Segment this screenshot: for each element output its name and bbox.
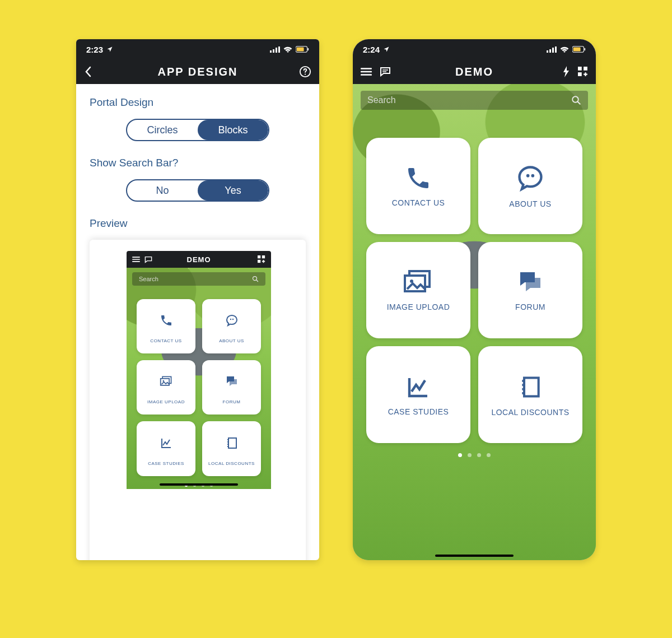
svg-rect-11 bbox=[258, 260, 260, 263]
svg-rect-18 bbox=[228, 438, 236, 448]
tile-label: FORUM bbox=[223, 399, 241, 404]
status-bar: 2:23 bbox=[76, 39, 319, 59]
svg-point-13 bbox=[230, 319, 231, 320]
clock: 2:23 bbox=[86, 45, 103, 54]
chat-icon[interactable] bbox=[144, 256, 152, 263]
battery-icon bbox=[572, 46, 586, 53]
toggle-blocks[interactable]: Blocks bbox=[198, 120, 268, 140]
page-title: APP DESIGN bbox=[118, 66, 278, 78]
page-title: DEMO bbox=[394, 66, 554, 78]
svg-point-14 bbox=[232, 319, 233, 320]
line-chart-icon bbox=[160, 436, 173, 450]
svg-point-30 bbox=[526, 174, 530, 178]
tile-forum[interactable]: FORUM bbox=[202, 360, 261, 415]
preview-search-placeholder: Search bbox=[139, 276, 252, 282]
show-search-label: Show Search Bar? bbox=[90, 157, 306, 169]
speech-bubble-icon bbox=[516, 164, 545, 193]
phone-app-design: 2:23 APP DESIGN Portal Design Circles Bl… bbox=[76, 39, 319, 560]
tile-image-upload[interactable]: IMAGE UPLOAD bbox=[137, 360, 195, 415]
svg-rect-25 bbox=[584, 48, 585, 50]
chat-icon[interactable] bbox=[380, 67, 391, 77]
svg-rect-20 bbox=[549, 49, 551, 53]
search-icon bbox=[571, 95, 581, 105]
svg-rect-0 bbox=[270, 50, 272, 53]
portal-design-toggle[interactable]: Circles Blocks bbox=[126, 119, 269, 141]
tile-label: LOCAL DISCOUNTS bbox=[208, 461, 255, 466]
speech-bubble-icon bbox=[225, 314, 239, 327]
wifi-icon bbox=[283, 46, 292, 53]
tile-local-discounts[interactable]: LOCAL DISCOUNTS bbox=[202, 421, 261, 476]
forum-icon bbox=[517, 269, 544, 296]
svg-rect-19 bbox=[547, 50, 548, 53]
help-icon[interactable] bbox=[299, 66, 311, 78]
preview-label: Preview bbox=[90, 217, 306, 230]
svg-rect-2 bbox=[276, 48, 277, 53]
tile-about-us[interactable]: ABOUT US bbox=[478, 138, 582, 234]
search-icon bbox=[252, 276, 259, 282]
images-icon bbox=[160, 375, 173, 388]
home-indicator bbox=[435, 555, 514, 557]
dot[interactable] bbox=[468, 453, 472, 457]
svg-rect-3 bbox=[278, 46, 280, 53]
grid-add-icon[interactable] bbox=[258, 255, 265, 263]
svg-rect-1 bbox=[273, 49, 274, 53]
tile-label: LOCAL DISCOUNTS bbox=[491, 408, 569, 417]
tile-contact-us[interactable]: CONTACT US bbox=[137, 299, 195, 353]
forum-icon bbox=[225, 375, 239, 388]
dot[interactable] bbox=[458, 453, 462, 457]
navbar: DEMO bbox=[353, 59, 596, 84]
phone-icon bbox=[405, 165, 432, 192]
line-chart-icon bbox=[405, 374, 432, 401]
back-icon[interactable] bbox=[84, 66, 92, 77]
toggle-circles[interactable]: Circles bbox=[127, 120, 198, 140]
menu-icon[interactable] bbox=[361, 67, 372, 76]
tile-local-discounts[interactable]: LOCAL DISCOUNTS bbox=[478, 346, 582, 443]
home-indicator bbox=[160, 483, 238, 486]
svg-rect-22 bbox=[555, 46, 557, 53]
preview-title: DEMO bbox=[155, 255, 243, 264]
tile-forum[interactable]: FORUM bbox=[478, 242, 582, 338]
tile-label: IMAGE UPLOAD bbox=[387, 302, 450, 311]
menu-icon[interactable] bbox=[132, 256, 140, 263]
svg-rect-35 bbox=[524, 378, 539, 396]
tile-image-upload[interactable]: IMAGE UPLOAD bbox=[366, 242, 470, 338]
bolt-icon[interactable] bbox=[562, 66, 570, 77]
toggle-no[interactable]: No bbox=[127, 180, 198, 201]
show-search-toggle[interactable]: No Yes bbox=[126, 179, 269, 202]
tile-contact-us[interactable]: CONTACT US bbox=[366, 138, 470, 234]
location-arrow-icon bbox=[383, 46, 390, 53]
tile-label: CONTACT US bbox=[150, 338, 181, 343]
svg-rect-26 bbox=[578, 67, 582, 71]
tile-case-studies[interactable]: CASE STUDIES bbox=[137, 421, 195, 476]
preview-search[interactable]: Search bbox=[132, 272, 265, 286]
svg-rect-6 bbox=[307, 48, 309, 50]
page-dots bbox=[353, 449, 596, 459]
svg-rect-10 bbox=[262, 255, 265, 258]
preview-container: DEMO Search CONTACT US bbox=[90, 240, 306, 560]
svg-rect-24 bbox=[573, 48, 581, 52]
svg-rect-28 bbox=[578, 72, 582, 76]
location-arrow-icon bbox=[106, 46, 113, 53]
tile-case-studies[interactable]: CASE STUDIES bbox=[366, 346, 470, 443]
tile-label: CONTACT US bbox=[392, 198, 445, 207]
tile-about-us[interactable]: ABOUT US bbox=[202, 299, 261, 353]
toggle-yes[interactable]: Yes bbox=[198, 180, 268, 201]
notebook-icon bbox=[518, 373, 543, 401]
svg-rect-5 bbox=[297, 48, 304, 52]
battery-icon bbox=[296, 46, 309, 53]
signal-icon bbox=[547, 46, 557, 53]
tile-label: FORUM bbox=[515, 302, 545, 311]
signal-icon bbox=[270, 46, 280, 53]
phone-demo: 2:24 DEMO Search CONTACT US bbox=[353, 39, 596, 560]
wifi-icon bbox=[560, 46, 569, 53]
search-input[interactable]: Search bbox=[361, 91, 588, 110]
svg-rect-21 bbox=[552, 48, 554, 53]
grid-add-icon[interactable] bbox=[578, 67, 588, 77]
tiles-grid: CONTACT US ABOUT US IMAGE UPLOAD FORUM C… bbox=[353, 110, 596, 449]
dot[interactable] bbox=[477, 453, 481, 457]
images-icon bbox=[403, 269, 434, 296]
preview-tiles: CONTACT US ABOUT US IMAGE UPLOAD FO bbox=[127, 286, 271, 479]
preview-navbar: DEMO bbox=[127, 251, 271, 268]
status-bar: 2:24 bbox=[353, 39, 596, 59]
dot[interactable] bbox=[487, 453, 491, 457]
